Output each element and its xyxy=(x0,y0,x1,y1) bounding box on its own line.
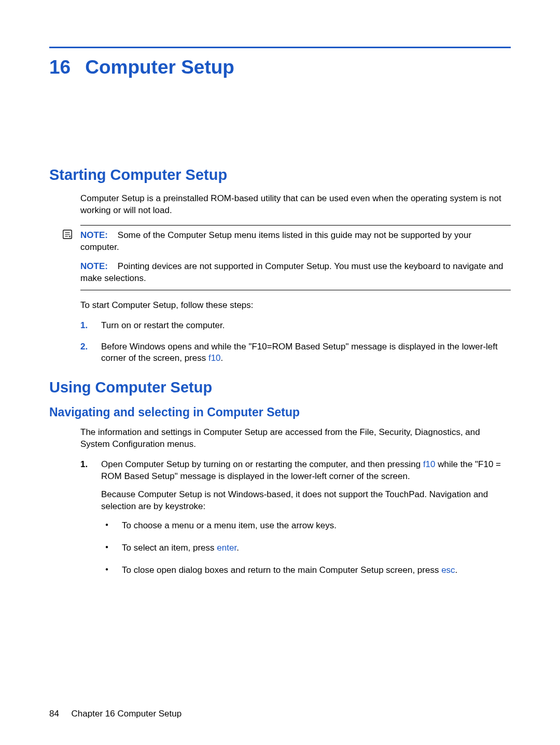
step-2: 2. Before Windows opens and while the "F… xyxy=(80,341,511,365)
bullet-3: To close open dialog boxes and return to… xyxy=(101,565,511,577)
section2-steps: 1. Open Computer Setup by turning on or … xyxy=(80,459,511,577)
note1: NOTE: Some of the Computer Setup menu it… xyxy=(80,230,511,254)
note1-label: NOTE: xyxy=(80,230,108,240)
step1-text: Turn on or restart the computer. xyxy=(101,320,225,330)
note2: NOTE: Pointing devices are not supported… xyxy=(80,261,511,285)
s2-step-1: 1. Open Computer Setup by turning on or … xyxy=(80,459,511,577)
step2-text-a: Before Windows opens and while the "F10=… xyxy=(101,342,498,363)
bullet3-a: To close open dialog boxes and return to… xyxy=(122,565,441,575)
step-1: 1. Turn on or restart the computer. xyxy=(80,320,511,332)
footer-label: Chapter 16 Computer Setup xyxy=(72,709,182,719)
s2-step1-a: Open Computer Setup by turning on or res… xyxy=(101,459,423,469)
note2-label: NOTE: xyxy=(80,261,108,271)
bullets: To choose a menu or a menu item, use the… xyxy=(101,520,511,577)
intro-paragraph: Computer Setup is a preinstalled ROM-bas… xyxy=(80,193,511,217)
steps-intro: To start Computer Setup, follow these st… xyxy=(80,300,511,312)
section2-body: The information and settings in Computer… xyxy=(80,427,511,576)
note-icon xyxy=(62,229,73,240)
footer: 84 Chapter 16 Computer Setup xyxy=(49,709,181,719)
bullet-1: To choose a menu or a menu item, use the… xyxy=(101,520,511,532)
section2-intro: The information and settings in Computer… xyxy=(80,427,511,451)
page-number: 84 xyxy=(49,709,59,719)
chapter-number: 16 xyxy=(49,57,71,78)
step1-marker: 1. xyxy=(80,320,88,332)
note-box: NOTE: Some of the Computer Setup menu it… xyxy=(80,225,511,290)
bullet-2: To select an item, press enter. xyxy=(101,542,511,554)
bullet2-b: . xyxy=(236,543,239,553)
bullet2-a: To select an item, press xyxy=(122,543,217,553)
step2-key: f10 xyxy=(208,353,221,363)
steps-list: 1. Turn on or restart the computer. 2. B… xyxy=(80,320,511,365)
chapter-title: Computer Setup xyxy=(85,57,234,78)
section-using: Using Computer Setup xyxy=(49,379,511,396)
note1-text: Some of the Computer Setup menu items li… xyxy=(80,230,471,252)
s2-step1-para2: Because Computer Setup is not Windows-ba… xyxy=(101,489,511,513)
bullet2-key: enter xyxy=(217,543,236,553)
page: 16 Computer Setup Starting Computer Setu… xyxy=(0,0,560,745)
step2-text-b: . xyxy=(221,353,223,363)
top-rule xyxy=(49,47,511,48)
s2-step1-key: f10 xyxy=(423,459,436,469)
note2-text: Pointing devices are not supported in Co… xyxy=(80,261,503,283)
bullet3-key: esc xyxy=(441,565,455,575)
section-starting: Starting Computer Setup xyxy=(49,166,511,184)
chapter-heading: 16 Computer Setup xyxy=(49,57,511,78)
s2-step1-marker: 1. xyxy=(80,459,88,471)
section1-body: Computer Setup is a preinstalled ROM-bas… xyxy=(80,193,511,364)
subsection-navigating: Navigating and selecting in Computer Set… xyxy=(49,405,511,419)
bullet3-b: . xyxy=(455,565,458,575)
step2-marker: 2. xyxy=(80,341,88,353)
